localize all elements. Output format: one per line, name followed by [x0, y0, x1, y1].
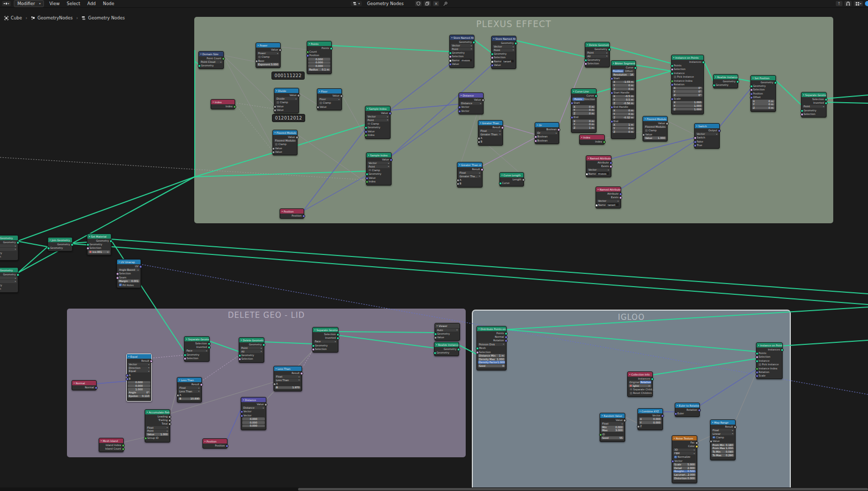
value-field[interactable]: Max3.000 — [601, 429, 624, 432]
dropdown[interactable]: Direction▾ — [128, 366, 150, 369]
node-power[interactable]: ▾PowerValuePower▾ClampBaseExponent3.000 — [256, 42, 281, 68]
dropdown[interactable]: Float▾ — [459, 171, 481, 174]
value-field[interactable]: 0.000 — [128, 384, 150, 387]
checkbox[interactable] — [275, 143, 278, 146]
value-field[interactable]: Detail2.000 — [673, 466, 696, 470]
node-combine-xyz[interactable]: ▾Combine XYZVectorX0.000Y0.000Z — [637, 408, 663, 430]
input-socket[interactable] — [671, 460, 674, 463]
breadcrumb-object[interactable]: Cube — [4, 15, 22, 20]
dropdown[interactable]: Divide▾ — [276, 97, 298, 100]
input-socket[interactable] — [272, 151, 275, 154]
node-header[interactable]: ▾Position — [280, 209, 304, 214]
node-noise-texture[interactable]: ▾Noise TextureFacColor3D▾FBM▾✓NormalizeV… — [672, 435, 697, 483]
checkbox-row[interactable]: Clamp — [367, 168, 391, 172]
input-socket[interactable] — [642, 133, 645, 136]
node-points[interactable]: ▾PointsPointsCountPosition0.0000.0000.00… — [307, 41, 332, 74]
node-header[interactable]: ▾Delete Geometry — [585, 42, 609, 47]
collapse-icon[interactable]: ▾ — [451, 36, 452, 39]
value-field[interactable]: 0.000 — [308, 58, 330, 61]
node-header[interactable]: ▾Distance — [241, 398, 266, 402]
node-header[interactable]: ▾Delete Geometry — [0, 236, 18, 240]
dropdown[interactable]: 3D▾ — [673, 449, 696, 452]
collapse-icon[interactable]: ▾ — [437, 324, 438, 327]
node-header[interactable]: ▾Less Than — [177, 378, 201, 382]
dropdown[interactable]: Less Than▾ — [178, 390, 200, 393]
menu-node[interactable]: Node — [101, 1, 116, 6]
value-field[interactable]: Y0° — [673, 90, 702, 93]
node-header[interactable]: ▾Position — [203, 439, 227, 443]
node-header[interactable]: ▾Instance on Points — [672, 55, 703, 60]
node-greater-than[interactable]: ▾Greater ThanResultFloat▾Greater Than▾AB — [478, 120, 503, 146]
dropdown[interactable]: Point▾ — [146, 430, 169, 433]
node-distance-2[interactable]: ▾DistanceValueDistance▾VectorVector0.000… — [241, 397, 266, 430]
output-socket[interactable] — [666, 122, 669, 125]
input-socket[interactable] — [585, 173, 588, 176]
checkbox-row[interactable]: Pick Instance — [757, 363, 782, 366]
node-separate-geometry-d2[interactable]: ▾Separate GeometrySelectionInvertedFace▾… — [312, 327, 338, 353]
collapse-icon[interactable]: ▾ — [314, 329, 315, 331]
output-socket[interactable] — [481, 168, 484, 171]
input-socket[interactable] — [433, 352, 437, 355]
output-socket[interactable] — [482, 99, 485, 102]
collapse-icon[interactable]: ▾ — [696, 125, 697, 127]
dropdown[interactable]: Float▾ — [146, 426, 169, 429]
value-field[interactable]: Epsilon0.110 — [128, 394, 150, 398]
input-socket[interactable] — [316, 106, 319, 109]
input-socket[interactable] — [637, 425, 640, 428]
checkbox[interactable]: ✓ — [713, 436, 715, 439]
node-header[interactable]: ▾Map Range — [711, 420, 735, 425]
checkbox[interactable]: ✓ — [119, 284, 122, 286]
name-input-row[interactable]: Namemypos — [586, 172, 611, 175]
collapse-icon[interactable]: ▾ — [752, 77, 753, 79]
input-socket[interactable] — [273, 109, 277, 112]
value-field[interactable]: Scale5.000 — [673, 463, 696, 466]
value-field[interactable]: Exponent3.000 — [257, 63, 279, 66]
output-socket[interactable] — [208, 346, 211, 349]
dropdown[interactable]: Float▾ — [479, 129, 501, 132]
dropdown[interactable]: Float▾ — [178, 386, 200, 389]
node-random-value[interactable]: ▾Random ValueValueFloat▾Min0.000Max3.000… — [600, 413, 625, 442]
value-field[interactable]: 0.000 — [308, 64, 330, 67]
dropdown[interactable]: All▾ — [0, 280, 17, 283]
dropdown[interactable]: Float▾ — [275, 375, 301, 378]
node-set-material[interactable]: ▾Set MaterialGeometryGeometrySelectionIc… — [87, 233, 111, 255]
node-header[interactable]: ▾Floored Modulo — [273, 130, 297, 135]
output-socket[interactable] — [336, 337, 339, 340]
node-sample-index-a[interactable]: ▾Sample IndexValueVector▾Point▾ClampGeom… — [365, 106, 391, 139]
dropdown[interactable]: Vector▾ — [587, 169, 610, 172]
dropdown[interactable]: Float▾ — [601, 422, 624, 425]
value-field[interactable]: From Min0.180 — [712, 443, 734, 447]
input-socket[interactable] — [364, 134, 368, 137]
node-store-named-attr-b[interactable]: ▾Store Named Attrib...GeometryVector▾Poi… — [491, 36, 516, 69]
dropdown[interactable]: Point Cloud▾ — [200, 60, 222, 63]
editor-type-icon[interactable]: ▾ — [2, 1, 11, 6]
name-input-row[interactable]: Namemypos — [450, 58, 474, 62]
checkbox-row[interactable]: Clamp — [366, 122, 390, 125]
value-field[interactable]: Angle0° — [128, 391, 150, 394]
collapse-icon[interactable]: ▾ — [629, 373, 630, 376]
nodetree-selector[interactable]: ▾ — [351, 1, 362, 6]
node-collection-info[interactable]: ▾Collection InfoInstancesOriginalRelativ… — [627, 371, 653, 397]
value-field[interactable]: Min0.000 — [601, 426, 624, 429]
output-socket[interactable] — [262, 343, 265, 346]
collapse-icon[interactable]: ▾ — [758, 344, 759, 346]
value-field[interactable]: Margin0.001 — [118, 279, 140, 283]
output-socket[interactable] — [608, 48, 611, 51]
node-header[interactable]: ▾Domain Size — [199, 52, 223, 56]
node-bezier-segment[interactable]: ▾Bézier SegmentCurvePositionOffsetResolu… — [611, 60, 636, 139]
output-socket[interactable] — [200, 383, 203, 386]
node-header[interactable]: ▾Realize Instances — [714, 75, 738, 79]
output-socket[interactable] — [233, 105, 236, 108]
node-header[interactable]: ▾Equal — [127, 354, 151, 359]
node-header[interactable]: ▾Viewer — [435, 323, 460, 328]
breadcrumb-nodetree[interactable]: Geometry Nodes — [81, 15, 125, 20]
node-position-1[interactable]: ▾PositionPosition — [280, 208, 304, 219]
value-field[interactable]: Z-0.32 m — [612, 116, 634, 119]
browse-icon[interactable] — [865, 1, 868, 6]
collapse-icon[interactable]: ▾ — [581, 136, 582, 138]
output-socket[interactable] — [661, 414, 664, 417]
node-divide[interactable]: ▾DivideValueDivide▾ClampValueValue — [274, 88, 299, 113]
output-socket[interactable] — [300, 372, 303, 375]
node-viewer[interactable]: ▾ViewerAuto▾GeometryValue — [435, 323, 460, 341]
checkbox-row[interactable]: ✓Normalize — [672, 455, 697, 459]
